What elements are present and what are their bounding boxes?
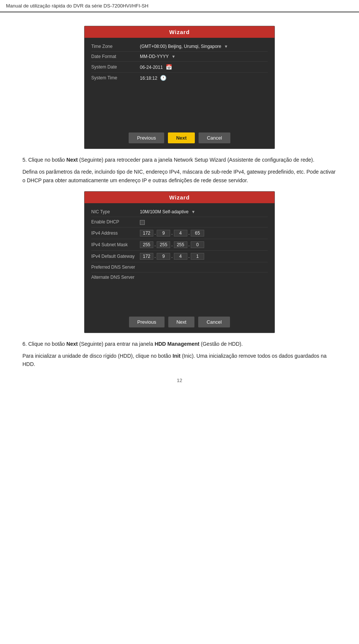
wizard1-value-timezone: (GMT+08:00) Beijing, Urumqi, Singapore ▼	[140, 44, 268, 49]
gateway-field: 172 . 9 . 4 . 1	[140, 253, 268, 260]
wizard2-cancel-button[interactable]: Cancel	[198, 317, 230, 327]
paragraph6-number: 6.	[22, 341, 27, 347]
paragraph6-bold1: Next	[67, 341, 78, 347]
ipv4-address-field: 172 . 9 . 4 . 65	[140, 230, 268, 236]
wizard2-label-dns1: Preferred DNS Server	[91, 265, 140, 270]
wizard2-label-ipv4addr: IPv4 Address	[91, 231, 140, 236]
wizard2-label-dhcp: Enable DHCP	[91, 219, 140, 225]
wizard2-label-subnet: IPv4 Subnet Mask	[91, 242, 140, 247]
wizard2-label-dns2: Alternate DNS Server	[91, 275, 140, 280]
wizard2-row-dns1: Preferred DNS Server	[91, 262, 268, 272]
wizard2-value-subnet: 255 . 255 . 255 . 0	[140, 241, 268, 248]
gw-oct2: 9	[157, 253, 170, 260]
header-title: Manual de utilização rápida do DVR da sé…	[6, 3, 148, 9]
paragraph5-text1: Clique no botão	[28, 157, 67, 163]
gw-oct3: 4	[174, 253, 187, 260]
subnet-oct1: 255	[140, 241, 153, 248]
wizard1-row-dateformat: Date Format MM-DD-YYYY ▼	[91, 52, 268, 62]
paragraph6: 6. Clique no botão Next (Seguinte) para …	[22, 340, 337, 348]
ipv4-oct4: 65	[191, 230, 204, 236]
wizard1-label-dateformat: Date Format	[91, 54, 140, 59]
page-content: Wizard Time Zone (GMT+08:00) Beijing, Ur…	[0, 12, 359, 394]
wizard1-row-timezone: Time Zone (GMT+08:00) Beijing, Urumqi, S…	[91, 42, 268, 52]
wizard1-label-systime: System Time	[91, 75, 140, 80]
paragraph6-body: Para inicializar a unidade de disco rígi…	[22, 352, 337, 369]
paragraph6-text3: (Gestão de HDD).	[201, 341, 243, 347]
paragraph5-number: 5.	[22, 157, 27, 163]
page-number: 12	[22, 378, 337, 383]
wizard2-value-gateway: 172 . 9 . 4 . 1	[140, 253, 268, 260]
gw-oct1: 172	[140, 253, 153, 260]
wizard1-title: Wizard	[85, 26, 274, 38]
wizard1-spacer	[85, 83, 274, 128]
wizard2-spacer	[85, 282, 274, 312]
wizard2-row-dhcp: Enable DHCP	[91, 217, 268, 227]
paragraph5-bold1: Next	[67, 157, 78, 163]
wizard2-body: NIC Type 10M/100M Self-adaptive ▼ Enable…	[85, 203, 274, 282]
wizard2-label-gateway: IPv4 Default Gateway	[91, 254, 140, 259]
wizard2-title: Wizard	[85, 192, 274, 203]
wizard1-value-dateformat: MM-DD-YYYY ▼	[140, 54, 268, 59]
paragraph6-text4: Para inicializar a unidade de disco rígi…	[22, 353, 173, 359]
subnet-oct3: 255	[174, 241, 187, 248]
wizard2-row-gateway: IPv4 Default Gateway 172 . 9 . 4 . 1	[91, 251, 268, 262]
wizard1-footer: Previous Next Cancel	[85, 128, 274, 149]
wizard1-label-timezone: Time Zone	[91, 44, 140, 49]
paragraph5: 5. Clique no botão Next (Seguinte) para …	[22, 156, 337, 164]
paragraph5-body: Defina os parâmetros da rede, incluindo …	[22, 168, 337, 184]
paragraph6-text1: Clique no botão	[28, 341, 67, 347]
wizard2-row-dns2: Alternate DNS Server	[91, 272, 268, 282]
wizard1-value-systime: 16:18:12 🕐	[140, 75, 268, 81]
wizard1-value-sysdate: 06-24-2011 📅	[140, 64, 268, 70]
subnet-oct4: 0	[191, 241, 204, 248]
paragraph5-text3: Defina os parâmetros da rede, incluindo …	[22, 169, 335, 183]
wizard1-row-systime: System Time 16:18:12 🕐	[91, 73, 268, 83]
wizard2-screenshot: Wizard NIC Type 10M/100M Self-adaptive ▼…	[84, 191, 275, 333]
wizard2-row-subnet: IPv4 Subnet Mask 255 . 255 . 255 . 0	[91, 239, 268, 251]
page-header: Manual de utilização rápida do DVR da sé…	[0, 0, 359, 12]
gw-oct4: 1	[191, 253, 204, 260]
wizard1-next-button[interactable]: Next	[168, 132, 195, 143]
wizard2-value-dhcp	[140, 219, 268, 225]
ipv4-oct2: 9	[157, 230, 170, 236]
wizard2-next-button[interactable]: Next	[168, 317, 195, 327]
wizard1-screenshot: Wizard Time Zone (GMT+08:00) Beijing, Ur…	[84, 26, 275, 149]
wizard1-body: Time Zone (GMT+08:00) Beijing, Urumqi, S…	[85, 38, 274, 83]
subnet-mask-field: 255 . 255 . 255 . 0	[140, 241, 268, 248]
paragraph6-text2: (Seguinte) para entrar na janela	[79, 341, 155, 347]
wizard2-value-nictype: 10M/100M Self-adaptive ▼	[140, 209, 268, 214]
wizard1-label-sysdate: System Date	[91, 64, 140, 70]
wizard1-previous-button[interactable]: Previous	[129, 132, 164, 143]
paragraph6-bold2: HDD Management	[154, 341, 199, 347]
wizard1-cancel-button[interactable]: Cancel	[199, 132, 230, 143]
wizard2-value-ipv4addr: 172 . 9 . 4 . 65	[140, 230, 268, 236]
wizard2-previous-button[interactable]: Previous	[129, 317, 165, 327]
paragraph5-text2: (Seguinte) para retroceder para a janela…	[79, 157, 314, 163]
ipv4-oct3: 4	[174, 230, 187, 236]
wizard2-footer: Previous Next Cancel	[85, 312, 274, 333]
wizard2-label-nictype: NIC Type	[91, 209, 140, 214]
paragraph6-bold3: Init	[173, 353, 181, 359]
wizard2-row-ipv4addr: IPv4 Address 172 . 9 . 4 . 65	[91, 228, 268, 239]
ipv4-oct1: 172	[140, 230, 153, 236]
subnet-oct2: 255	[157, 241, 170, 248]
dhcp-checkbox[interactable]	[140, 220, 145, 225]
wizard1-row-sysdate: System Date 06-24-2011 📅	[91, 62, 268, 73]
wizard2-row-nictype: NIC Type 10M/100M Self-adaptive ▼	[91, 207, 268, 217]
